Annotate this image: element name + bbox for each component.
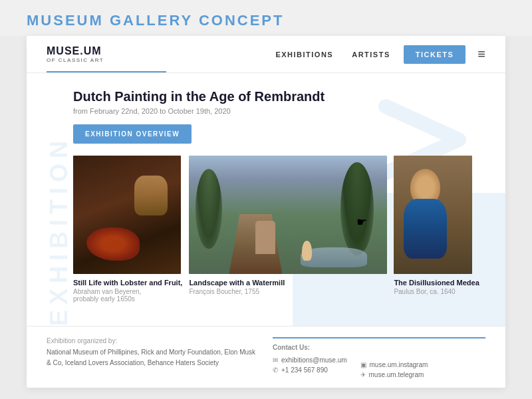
logo-block: MUSE.UM OF CLASSIC ART [47,45,104,63]
nav-bar: MUSE.UM OF CLASSIC ART EXHIBITIONS ARTIS… [27,36,505,73]
painting-card-1[interactable]: Still Life with Lobster and Fruit, Abrah… [73,156,182,303]
museum-card: MUSE.UM OF CLASSIC ART EXHIBITIONS ARTIS… [27,36,505,388]
painting-title-2: Landscape with a Watermill [189,279,387,287]
organizer-names: National Museum of Phillipines, Rick and… [47,347,259,368]
contact-label: Contact Us: [273,344,347,351]
nav-underline [47,71,166,72]
footer-left: Exhibition organized by: National Museum… [47,337,259,378]
paintings-row: Still Life with Lobster and Fruit, Abrah… [73,156,485,303]
figure [302,241,312,261]
exhibition-overview-button[interactable]: EXHIBITION OVERVIEW [73,124,192,144]
main-content: EXHIBITION Dutch Painting in the Age of … [27,73,505,326]
painting-title-3: The Disillusioned Medea [394,279,479,287]
nav-link-artists[interactable]: ARTISTS [352,51,390,59]
exhibition-title: Dutch Painting in the Age of Rembrandt [73,89,485,104]
painting-image-2 [189,156,387,274]
painting-artist-2: François Boucher, 1755 [189,288,387,295]
nav-link-exhibitions[interactable]: EXHIBITIONS [275,51,333,59]
painting-year-1: probably early 1650s [73,295,182,303]
painting-title-1: Still Life with Lobster and Fruit, [73,279,182,287]
logo-main: MUSE.UM [47,45,104,57]
instagram-value: muse.um.instagram [370,361,428,368]
footer-contact: Contact Us: ✉ exhibitions@muse.um ✆ +1 2… [273,337,485,378]
exhibition-dates: from February 22nd, 2020 to October 19th… [73,107,485,115]
email-icon: ✉ [273,356,278,364]
contact-phone[interactable]: ✆ +1 234 567 890 [273,366,347,374]
tree-left [196,169,222,249]
exhibition-watermark: EXHIBITION [45,93,73,326]
exhibition-header: Dutch Painting in the Age of Rembrandt f… [73,89,485,144]
painting-artist-3: Paulus Bor, ca. 1640 [394,288,479,295]
email-value: exhibitions@muse.um [281,356,347,364]
contact-right-col: ▣ muse.um.instagram ✈ muse.um.telegram [360,344,428,378]
tree-right [340,162,374,255]
painting-card-3[interactable]: The Disillusioned Medea Paulus Bor, ca. … [394,156,479,303]
instagram-icon: ▣ [360,361,366,368]
footer: Exhibition organized by: National Museum… [27,326,505,388]
phone-icon: ✆ [273,366,278,374]
contact-email[interactable]: ✉ exhibitions@muse.um [273,356,347,364]
page-header: MUSEUM GALLERY CONCEPT [0,0,532,36]
logo-sub: OF CLASSIC ART [47,57,104,63]
organized-by-label: Exhibition organized by: [47,337,259,344]
phone-value: +1 234 567 890 [281,366,328,374]
nav-links: EXHIBITIONS ARTISTS [275,51,390,59]
painting-card-2[interactable]: ☛ Landscape with a Watermill François Bo… [189,156,387,303]
contact-instagram[interactable]: ▣ muse.um.instagram [360,361,428,368]
page-title: MUSEUM GALLERY CONCEPT [27,12,505,29]
telegram-icon: ✈ [360,371,366,378]
painting-artist-1: Abraham van Beyeren, [73,288,182,295]
painting-image-1 [73,156,181,274]
tickets-button[interactable]: TICKETS [404,45,466,64]
telegram-value: muse.um.telegram [369,371,424,378]
contact-telegram[interactable]: ✈ muse.um.telegram [360,371,428,378]
contact-left-col: Contact Us: ✉ exhibitions@muse.um ✆ +1 2… [273,344,347,378]
painting-image-3 [394,156,472,274]
page-wrapper: MUSEUM GALLERY CONCEPT MUSE.UM OF CLASSI… [0,0,532,399]
hamburger-menu-icon[interactable]: ≡ [477,47,485,62]
